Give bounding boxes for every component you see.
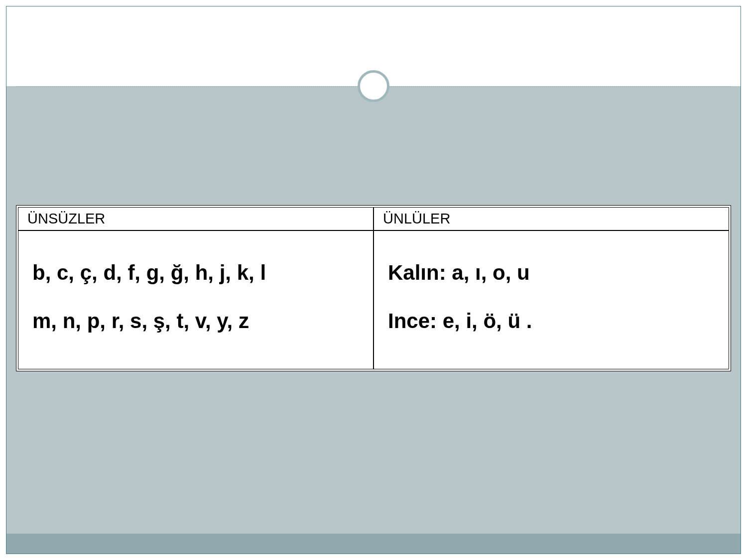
letter-table: ÜNSÜZLER ÜNLÜLER b, c, ç, d, f, g, ğ, h,… [16,206,731,371]
consonants-line2: m, n, p, r, s, ş, t, v, y, z [32,297,359,345]
content-area: ÜNSÜZLER ÜNLÜLER b, c, ç, d, f, g, ğ, h,… [6,86,741,554]
circle-ornament-icon [358,70,389,102]
body-consonants: b, c, ç, d, f, g, ğ, h, j, k, l m, n, p,… [18,230,374,369]
header-vowels: ÜNLÜLER [374,207,729,230]
header-consonants: ÜNSÜZLER [18,207,374,230]
vowels-line1: Kalın: a, ı, o, u [388,249,715,297]
footer-bar [6,534,741,554]
table-header-row: ÜNSÜZLER ÜNLÜLER [18,207,729,230]
consonants-line1: b, c, ç, d, f, g, ğ, h, j, k, l [32,249,359,297]
table-body-row: b, c, ç, d, f, g, ğ, h, j, k, l m, n, p,… [18,230,729,369]
body-vowels: Kalın: a, ı, o, u Ince: e, i, ö, ü . [374,230,729,369]
slide-frame: ÜNSÜZLER ÜNLÜLER b, c, ç, d, f, g, ğ, h,… [6,6,741,554]
vowels-line2: Ince: e, i, ö, ü . [388,297,715,345]
